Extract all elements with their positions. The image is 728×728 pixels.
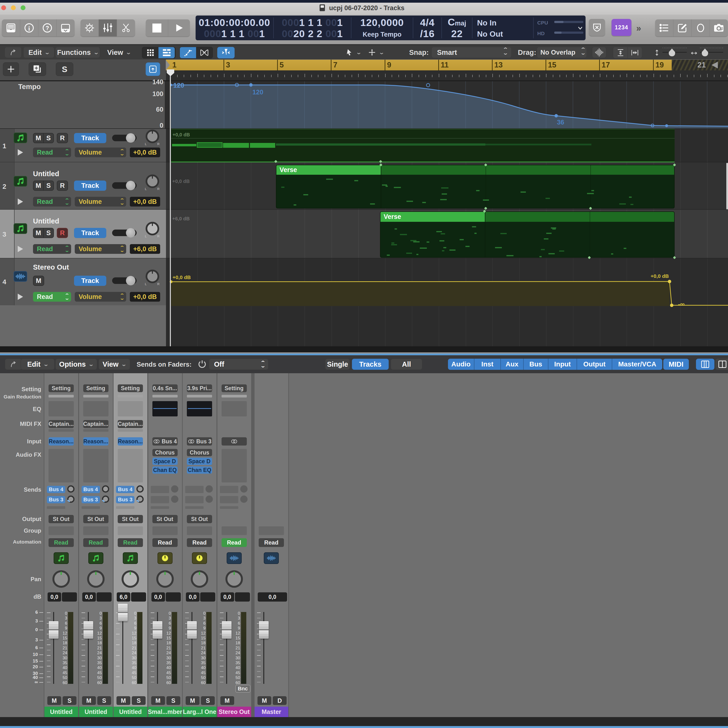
svg-text:?: ? [46,25,49,31]
svg-text:i: i [28,25,30,32]
